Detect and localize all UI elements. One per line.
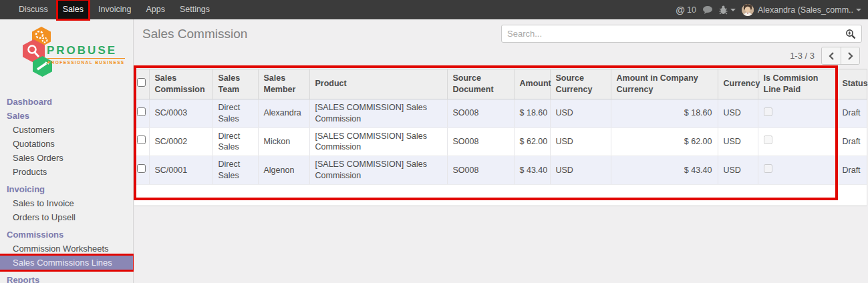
company-logo: PROBUSE PROFESSIONAL BUSINESS — [0, 27, 133, 83]
logo-title: PROBUSE — [47, 44, 117, 57]
cell-sales-member: Algenon — [258, 156, 309, 185]
pager: 1-3 / 3 — [790, 47, 860, 65]
cell-amount-company: $ 62.00 — [611, 127, 718, 156]
cell-product: [SALES COMMISSION] Sales Commission — [309, 156, 447, 185]
cell-sales-member: Mickon — [258, 127, 309, 156]
mention-icon: @ — [676, 5, 685, 15]
cell-sales-team: Direct Sales — [212, 156, 258, 185]
sidebar-item-sales-orders[interactable]: Sales Orders — [0, 151, 133, 165]
table-filler-row — [134, 185, 867, 206]
sidebar-item-customers[interactable]: Customers — [0, 123, 133, 137]
select-all-checkbox[interactable] — [137, 78, 146, 87]
search-box — [501, 25, 862, 43]
is-paid-checkbox — [764, 164, 772, 173]
row-select-checkbox[interactable] — [137, 135, 146, 144]
bug-icon — [719, 5, 728, 15]
user-menu[interactable]: Alexandra (Sales_comm.. — [742, 4, 861, 16]
cell-amount: $ 18.60 — [514, 99, 550, 127]
sidebar-item-sales-to-invoice[interactable]: Sales to Invoice — [0, 196, 133, 210]
chevron-right-icon — [847, 52, 853, 60]
caret-down-icon — [730, 9, 736, 11]
cell-source-document: SO008 — [447, 99, 514, 127]
cell-product: [SALES COMMISSION] Sales Commission — [309, 127, 447, 156]
main-menu: Discuss Sales Invoicing Apps Settings — [0, 0, 217, 19]
cell-status: Draft — [837, 99, 867, 127]
row-select-checkbox[interactable] — [137, 164, 146, 173]
col-sales-commission[interactable]: Sales Commission — [149, 69, 212, 99]
col-currency[interactable]: Currency — [718, 69, 758, 99]
cell-amount: $ 62.00 — [514, 127, 550, 156]
cell-sales-team: Direct Sales — [212, 127, 258, 156]
col-product[interactable]: Product — [309, 69, 447, 99]
nav-item-settings[interactable]: Settings — [174, 0, 215, 19]
cell-sales-commission: SC/0003 — [149, 99, 212, 127]
main-content: Sales Commission 1-3 / 3 — [134, 19, 868, 283]
systray: @ 10 — [670, 0, 868, 19]
pager-next-button[interactable] — [841, 47, 859, 64]
nav-item-apps[interactable]: Apps — [140, 0, 170, 19]
top-navbar: Discuss Sales Invoicing Apps Settings @ … — [0, 0, 868, 19]
cell-status: Draft — [837, 156, 867, 185]
col-amount[interactable]: Amount — [514, 69, 550, 99]
sidebar-section-sales: Sales — [0, 109, 133, 123]
caret-down-icon — [856, 9, 861, 11]
sidebar-section-invoicing: Invoicing — [0, 182, 133, 196]
cell-sales-commission: SC/0002 — [149, 127, 212, 156]
page-title: Sales Commission — [142, 27, 247, 41]
pager-range: 1-3 / 3 — [790, 51, 815, 61]
col-is-paid[interactable]: Is Commision Line Paid — [758, 69, 837, 99]
sidebar-nav: Dashboard Sales Customers Quotations Sal… — [0, 95, 133, 283]
debug-menu[interactable] — [719, 5, 736, 15]
is-paid-checkbox — [764, 107, 772, 116]
cell-source-document: SO008 — [447, 156, 514, 185]
table-row[interactable]: SC/0002 Direct Sales Mickon [SALES COMMI… — [134, 127, 867, 156]
cell-sales-commission: SC/0001 — [149, 156, 212, 185]
cell-source-currency: USD — [550, 127, 611, 156]
logo-subtitle: PROFESSIONAL BUSINESS — [47, 58, 125, 65]
cell-currency: USD — [718, 99, 758, 127]
avatar — [742, 4, 754, 16]
col-source-document[interactable]: Source Document — [447, 69, 514, 99]
cell-amount: $ 43.40 — [514, 156, 550, 185]
table-header-row: Sales Commission Sales Team Sales Member… — [134, 69, 867, 99]
cell-source-document: SO008 — [447, 127, 514, 156]
table-row[interactable]: SC/0003 Direct Sales Alexandra [SALES CO… — [134, 99, 867, 127]
col-amount-company-currency[interactable]: Amount in Company Currency — [611, 69, 718, 99]
col-sales-team[interactable]: Sales Team — [212, 69, 258, 99]
row-select-checkbox[interactable] — [137, 107, 146, 116]
sidebar-item-commission-worksheets[interactable]: Commission Worksheets — [0, 242, 133, 256]
nav-item-invoicing[interactable]: Invoicing — [93, 0, 136, 19]
cell-source-currency: USD — [550, 99, 611, 127]
commission-lines-table: Sales Commission Sales Team Sales Member… — [134, 69, 867, 206]
cell-source-currency: USD — [550, 156, 611, 185]
chevron-left-icon — [829, 52, 835, 60]
cell-currency: USD — [718, 127, 758, 156]
sidebar-section-dashboard: Dashboard — [0, 95, 133, 109]
cell-status: Draft — [837, 127, 867, 156]
nav-item-sales[interactable]: Sales — [57, 0, 89, 19]
cell-currency: USD — [718, 156, 758, 185]
cell-amount-company: $ 43.40 — [611, 156, 718, 185]
cell-product: [SALES COMMISSION] Sales Commission — [309, 99, 447, 127]
sidebar-item-products[interactable]: Products — [0, 165, 133, 179]
mention-count: 10 — [687, 5, 696, 15]
sidebar: PROBUSE PROFESSIONAL BUSINESS Dashboard … — [0, 19, 134, 283]
user-name: Alexandra (Sales_comm.. — [758, 5, 853, 15]
col-status[interactable]: Status — [837, 69, 867, 99]
col-sales-member[interactable]: Sales Member — [258, 69, 309, 99]
sidebar-section-reports: Reports — [0, 273, 133, 283]
sidebar-item-sales-commissions-lines[interactable]: Sales Commissions Lines — [0, 256, 133, 270]
search-input[interactable] — [502, 25, 840, 42]
is-paid-checkbox — [764, 135, 772, 144]
cell-sales-team: Direct Sales — [212, 99, 258, 127]
sidebar-item-orders-to-upsell[interactable]: Orders to Upsell — [0, 210, 133, 224]
col-source-currency[interactable]: Source Currency — [550, 69, 611, 99]
cell-amount-company: $ 18.60 — [611, 99, 718, 127]
chat-bubble-icon[interactable] — [702, 5, 713, 15]
pager-previous-button[interactable] — [822, 47, 841, 64]
table-row[interactable]: SC/0001 Direct Sales Algenon [SALES COMM… — [134, 156, 867, 185]
search-icon[interactable] — [840, 29, 861, 39]
sidebar-item-quotations[interactable]: Quotations — [0, 137, 133, 151]
nav-item-discuss[interactable]: Discuss — [13, 0, 53, 19]
mentions-counter[interactable]: @ 10 — [676, 5, 696, 15]
